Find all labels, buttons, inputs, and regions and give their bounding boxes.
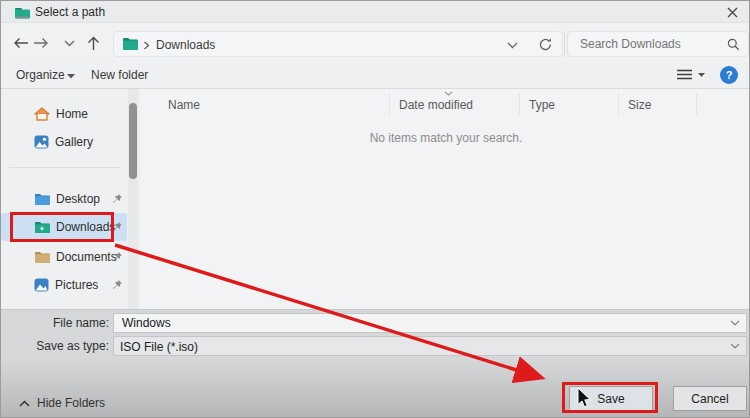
- sidebar-item-documents[interactable]: Documents: [1, 243, 127, 271]
- breadcrumb-chevron-icon: [143, 41, 150, 50]
- column-header-type[interactable]: Type: [529, 98, 555, 112]
- search-input[interactable]: [578, 35, 718, 53]
- home-icon: [34, 107, 50, 121]
- title-bar: Select a path: [1, 1, 749, 23]
- sidebar-item-label: Pictures: [55, 278, 98, 292]
- sidebar-scrollbar[interactable]: [128, 89, 138, 309]
- navigation-bar: Downloads: [1, 23, 749, 61]
- column-header-size[interactable]: Size: [628, 98, 651, 112]
- sidebar-item-desktop[interactable]: Desktop: [1, 185, 127, 213]
- recent-locations-chevron-icon[interactable]: [60, 34, 78, 52]
- help-icon[interactable]: ?: [720, 66, 738, 84]
- column-divider[interactable]: [696, 93, 697, 115]
- sidebar-item-label: Documents: [56, 250, 117, 264]
- pin-icon[interactable]: [112, 193, 123, 204]
- column-divider[interactable]: [519, 93, 520, 115]
- sidebar-scrollbar-thumb[interactable]: [129, 103, 137, 179]
- up-icon[interactable]: [84, 34, 102, 52]
- search-icon: [727, 38, 740, 51]
- file-name-chevron-icon[interactable]: [730, 320, 740, 326]
- pin-icon[interactable]: [112, 279, 123, 290]
- close-icon[interactable]: [719, 1, 745, 23]
- annotation-box-downloads: [10, 212, 114, 242]
- address-bar[interactable]: Downloads: [113, 31, 563, 57]
- sidebar-divider: [9, 167, 121, 168]
- sidebar-item-label: Gallery: [55, 135, 93, 149]
- organize-caret-icon: [67, 74, 75, 79]
- file-name-section: File name: Save as type: ISO File (*.iso…: [1, 309, 749, 361]
- file-name-input[interactable]: [120, 315, 700, 331]
- file-name-combobox[interactable]: [113, 313, 747, 333]
- command-toolbar: Organize New folder ?: [1, 61, 749, 89]
- nav-divider: [564, 31, 565, 57]
- sidebar-item-label: Home: [56, 107, 88, 121]
- sidebar-item-home[interactable]: Home: [1, 100, 127, 128]
- save-as-type-select[interactable]: ISO File (*.iso): [113, 336, 747, 356]
- downloads-folder-icon: [122, 37, 139, 51]
- hide-folders-label: Hide Folders: [37, 396, 105, 410]
- pin-icon[interactable]: [112, 251, 123, 262]
- forward-icon[interactable]: [32, 34, 50, 52]
- sidebar-item-gallery[interactable]: Gallery: [1, 128, 127, 156]
- new-folder-button[interactable]: New folder: [91, 68, 148, 82]
- pictures-icon: [34, 278, 49, 292]
- documents-folder-icon: [34, 251, 50, 264]
- navigation-pane: Home Gallery Desktop Downloads: [1, 89, 141, 309]
- breadcrumb[interactable]: Downloads: [156, 38, 215, 52]
- desktop-folder-icon: [34, 193, 50, 206]
- app-icon: [15, 6, 31, 19]
- address-dropdown-chevron-icon[interactable]: [507, 42, 518, 49]
- save-as-type-chevron-icon[interactable]: [730, 343, 740, 349]
- file-name-label: File name:: [9, 316, 109, 330]
- file-list-panel: Name Date modified Type Size No items ma…: [141, 89, 750, 309]
- organize-button[interactable]: Organize: [16, 68, 65, 82]
- sidebar-item-label: Desktop: [56, 192, 100, 206]
- view-options-caret-icon[interactable]: [698, 73, 705, 78]
- view-options-icon[interactable]: [677, 69, 692, 81]
- cancel-button[interactable]: Cancel: [673, 386, 747, 411]
- empty-folder-message: No items match your search.: [141, 131, 750, 145]
- gallery-icon: [34, 135, 49, 149]
- column-header-date-modified[interactable]: Date modified: [399, 98, 473, 112]
- column-divider[interactable]: [618, 93, 619, 115]
- save-as-type-value: ISO File (*.iso): [120, 340, 198, 354]
- save-dialog-window: Select a path Downloads: [0, 0, 750, 418]
- back-icon[interactable]: [12, 34, 30, 52]
- column-header-name[interactable]: Name: [168, 98, 200, 112]
- sidebar-item-pictures[interactable]: Pictures: [1, 271, 127, 299]
- refresh-icon[interactable]: [538, 37, 553, 52]
- window-title: Select a path: [35, 5, 105, 19]
- chevron-up-icon: [19, 400, 30, 407]
- sort-chevron-icon: [444, 91, 453, 96]
- column-divider[interactable]: [389, 93, 390, 115]
- annotation-box-save: [562, 382, 658, 413]
- search-box[interactable]: [567, 31, 749, 57]
- save-as-type-label: Save as type:: [9, 339, 109, 353]
- hide-folders-button[interactable]: Hide Folders: [19, 396, 105, 410]
